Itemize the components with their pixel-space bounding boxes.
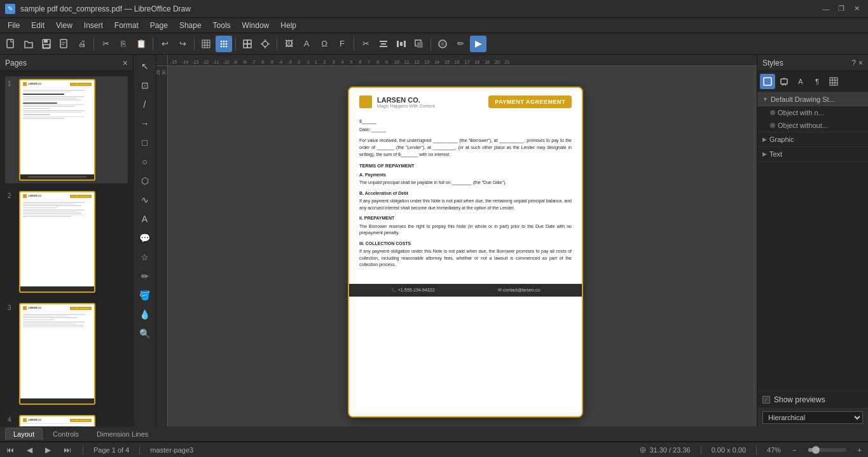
style-type-graphic-btn[interactable]: [760, 74, 775, 89]
menu-tools[interactable]: Tools: [208, 20, 236, 31]
menu-help[interactable]: Help: [275, 20, 301, 31]
crop-button[interactable]: ✂: [357, 36, 374, 52]
align-button[interactable]: [375, 36, 392, 52]
zoom-pan-button[interactable]: [257, 36, 273, 52]
point-tool[interactable]: ⊡: [136, 76, 154, 94]
style-type-presentation-btn[interactable]: [776, 74, 792, 89]
prev-page-button[interactable]: ◀: [25, 446, 34, 454]
export-pdf-button[interactable]: [56, 36, 72, 52]
paste-button[interactable]: 📋: [133, 36, 149, 52]
style-group-text-header[interactable]: ▶ Text: [757, 147, 868, 161]
ellipse-tool[interactable]: ○: [136, 153, 154, 171]
maximize-button[interactable]: ❐: [835, 3, 848, 15]
new-button[interactable]: [3, 36, 19, 52]
doc-section-iii-text: If any payment obligation under this Not…: [359, 248, 572, 269]
style-type-table-btn[interactable]: [826, 74, 841, 89]
poly-tool[interactable]: ⬡: [136, 172, 154, 190]
doc-section-iii-title: III. COLLECTION COSTS: [359, 241, 572, 248]
copy-button[interactable]: ⎘: [115, 36, 132, 52]
open-button[interactable]: [20, 36, 37, 52]
svg-rect-23: [400, 42, 403, 46]
zoom-out-button[interactable]: −: [791, 446, 797, 454]
doc-section-a-title: A. Payments: [359, 172, 572, 179]
insert-fontwork-button[interactable]: F: [334, 36, 350, 52]
toolbar-sep-1: [93, 38, 94, 50]
next-page-button[interactable]: ▶: [44, 446, 52, 454]
rect-tool[interactable]: □: [136, 134, 154, 151]
eyedropper-tool[interactable]: 💧: [136, 306, 154, 323]
arrow-tool[interactable]: →: [136, 115, 154, 132]
styles-close-btn[interactable]: ×: [858, 59, 863, 67]
doc-logo-text: LARSEN CO.: [377, 96, 435, 104]
insert-image-button[interactable]: 🖼: [280, 36, 297, 52]
style-item-object-no-line[interactable]: Object without...: [757, 119, 868, 132]
tab-controls[interactable]: Controls: [45, 428, 86, 440]
menu-view[interactable]: View: [51, 20, 78, 31]
star-tool[interactable]: ☆: [136, 248, 154, 266]
style-item-object-no-fill-label: Object with n...: [778, 109, 824, 116]
menu-insert[interactable]: Insert: [79, 20, 108, 31]
menu-window[interactable]: Window: [237, 20, 275, 31]
svg-rect-4: [60, 39, 67, 48]
menu-format[interactable]: Format: [109, 20, 144, 31]
page-thumb-1[interactable]: 1 LARSEN CO. PAYMENT AGREEMENT: [5, 76, 128, 183]
curve-tool[interactable]: ∿: [136, 191, 154, 209]
style-group-default-header[interactable]: ▼ Default Drawing St...: [757, 92, 868, 106]
minimize-button[interactable]: —: [820, 3, 832, 15]
style-item-object-no-fill[interactable]: Object with n...: [757, 106, 868, 119]
tab-dimension-lines[interactable]: Dimension Lines: [89, 428, 156, 440]
zoom-in-button[interactable]: +: [857, 446, 863, 454]
styles-controls: ? ×: [851, 59, 863, 67]
insert-special-button[interactable]: Ω: [316, 36, 333, 52]
snap-grid-button[interactable]: [216, 36, 232, 52]
zoom-tool[interactable]: 🔍: [136, 325, 154, 342]
menu-shape[interactable]: Shape: [174, 20, 207, 31]
callout-tool[interactable]: 💬: [136, 229, 154, 247]
menu-edit[interactable]: Edit: [26, 20, 50, 31]
line-tool[interactable]: /: [136, 95, 154, 113]
color-button[interactable]: [434, 36, 451, 52]
style-type-numbering-btn[interactable]: ¶: [809, 74, 825, 89]
toggle-sidebar-button[interactable]: ▶: [470, 36, 486, 52]
show-previews-row: ✓ Show previews: [757, 391, 868, 408]
canvas-area[interactable]: -15-14-13-12-11-10-9-8-7-6-5-4-3-2-11234…: [156, 55, 757, 426]
close-button[interactable]: ✕: [850, 3, 863, 15]
page-thumb-2[interactable]: 2 LARSEN CO. PAYMENT AGREEMENT: [5, 188, 128, 295]
select-tool[interactable]: ↖: [136, 57, 154, 75]
first-page-button[interactable]: ⏮: [5, 446, 15, 454]
page-thumb-4[interactable]: 4 LARSEN CO. PAYMENT AGREEMENT: [5, 412, 128, 426]
pages-panel-close[interactable]: ×: [123, 58, 128, 68]
coordinates-label: 31.30 / 23.36: [649, 446, 690, 454]
print-button[interactable]: 🖨: [74, 36, 90, 52]
insert-text-button[interactable]: A: [298, 36, 315, 52]
style-group-graphic-header[interactable]: ▶ Graphic: [757, 132, 868, 146]
undo-button[interactable]: ↩: [156, 36, 173, 52]
menu-page[interactable]: Page: [145, 20, 173, 31]
page-num-1: 1: [8, 80, 15, 87]
last-page-button[interactable]: ⏭: [62, 446, 72, 454]
show-previews-checkbox[interactable]: ✓: [762, 396, 770, 404]
redo-button[interactable]: ↪: [174, 36, 191, 52]
styles-help-btn[interactable]: ?: [851, 59, 856, 67]
zoom-slider[interactable]: [808, 448, 846, 452]
distribute-button[interactable]: [393, 36, 410, 52]
hierarchical-select[interactable]: Hierarchical List Custom: [762, 411, 863, 424]
grid-button[interactable]: [198, 36, 214, 52]
menu-file[interactable]: File: [3, 20, 25, 31]
zoom-fit-button[interactable]: [239, 36, 256, 52]
tab-layout[interactable]: Layout: [5, 428, 43, 440]
doc-dollar-line: $______: [359, 118, 572, 125]
save-button[interactable]: [38, 36, 55, 52]
draw-tool[interactable]: ✏: [136, 267, 154, 285]
highlight-button[interactable]: ✏: [452, 36, 469, 52]
cut-button[interactable]: ✂: [97, 36, 114, 52]
style-type-character-btn[interactable]: A: [793, 74, 808, 89]
window-controls: — ❐ ✕: [820, 3, 863, 15]
text-tool[interactable]: A: [136, 210, 154, 228]
zoom-slider-thumb[interactable]: [812, 446, 820, 454]
svg-point-9: [223, 43, 224, 45]
shadow-button[interactable]: [411, 36, 427, 52]
fill-tool[interactable]: 🪣: [136, 286, 154, 304]
doc-date-line: Date: ______: [359, 127, 572, 134]
page-thumb-3[interactable]: 3 LARSEN CO. PAYMENT AGREEMENT: [5, 300, 128, 407]
